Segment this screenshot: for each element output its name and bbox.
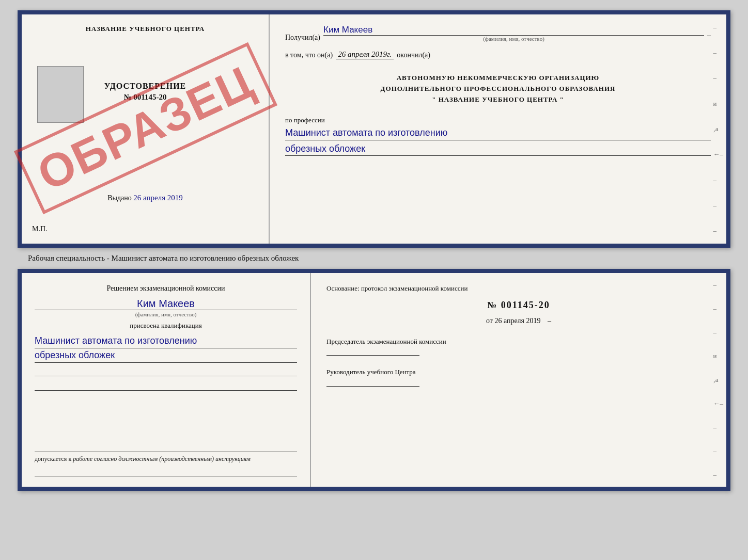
line-2: [35, 381, 297, 391]
bl-name-block: Ким Макеев (фамилия, имя, отчество): [35, 298, 297, 317]
doc-right: –––и‚а←–––– Получил(а) Ким Макеев (фамил…: [270, 14, 726, 244]
poluchil-sub: (фамилия, имя, отчество): [323, 36, 704, 42]
dopusk-value: работе согласно должностным (производств…: [73, 455, 251, 462]
main-container: НАЗВАНИЕ УЧЕБНОГО ЦЕНТРА ОБРАЗЕЦ УДОСТОВ…: [0, 0, 748, 560]
vtom-row: в том, что он(а) 26 апреля 2019г. окончи…: [285, 50, 711, 59]
udostoverenie-title: УДОСТОВЕРЕНИЕ: [104, 82, 186, 91]
org-block: АВТОНОМНУЮ НЕКОММЕРЧЕСКУЮ ОРГАНИЗАЦИЮ ДО…: [285, 73, 711, 105]
br-side-dashes: –––и‚а←––––: [713, 273, 724, 487]
professia-label: по профессии: [285, 116, 325, 124]
poluchil-label: Получил(а): [285, 34, 320, 42]
reshenie-title: Решением экзаменационной комиссии: [35, 283, 297, 294]
osnovanie-label: Основание: протокол экзаменационной коми…: [326, 283, 711, 294]
line-3: [35, 467, 297, 476]
udostoverenie-block: УДОСТОВЕРЕНИЕ № 001145-20: [104, 82, 186, 102]
prisvoena-label: присвоена квалификация: [35, 322, 297, 330]
bl-kvalif-block: Машинист автомата по изготовлению обрезн…: [35, 334, 297, 363]
predsedatel-line: [326, 346, 419, 356]
rukovoditel-line: [326, 377, 419, 387]
caption-text: Рабочая специальность - Машинист автомат…: [28, 254, 299, 263]
vydano-label: Выдано 26 апреля 2019: [107, 194, 183, 202]
dash-br: –: [548, 317, 551, 325]
bottom-right: –––и‚а←–––– Основание: протокол экзамена…: [311, 273, 726, 487]
bl-fio-sub: (фамилия, имя, отчество): [35, 310, 297, 317]
okonchil-label: окончил(а): [397, 51, 430, 59]
ot-date: 26 апреля 2019: [494, 317, 540, 325]
bottom-lines: [35, 367, 297, 391]
bl-kvalif-2: обрезных обложек: [35, 348, 297, 363]
poluchil-value: Ким Макеев: [323, 25, 704, 36]
org-line1: АВТОНОМНУЮ НЕКОММЕРЧЕСКУЮ ОРГАНИЗАЦИЮ: [285, 73, 711, 84]
doc-left: НАЗВАНИЕ УЧЕБНОГО ЦЕНТРА ОБРАЗЕЦ УДОСТОВ…: [22, 14, 270, 244]
mp-block: М.П.: [32, 225, 48, 233]
photo-placeholder: [37, 66, 84, 123]
ot-label: от: [486, 317, 493, 325]
predsedatel-block: Председатель экзаменационной комиссии: [326, 337, 711, 356]
bl-name: Ким Макеев: [35, 298, 297, 310]
vydano-date: 26 апреля 2019: [133, 194, 183, 202]
rukovoditel-label: Руководитель учебного Центра: [326, 367, 711, 377]
bl-dopusk: допускается к работе согласно должностны…: [35, 452, 297, 463]
line-1: [35, 367, 297, 376]
poluchil-value-container: Ким Макеев (фамилия, имя, отчество): [323, 25, 704, 42]
predsedatel-label: Председатель экзаменационной комиссии: [326, 337, 711, 347]
dash-1: –: [707, 31, 711, 42]
protocol-number: № 001145-20: [326, 300, 711, 311]
professia-value2: обрезных обложек: [285, 142, 711, 156]
udostoverenie-num: № 001145-20: [104, 93, 186, 102]
professia-value1: Машинист автомата по изготовлению: [285, 126, 711, 140]
dopusk-label: допускается к: [35, 455, 71, 462]
side-dashes: –––и‚а←––––: [713, 14, 724, 244]
training-center-title: НАЗВАНИЕ УЧЕБНОГО ЦЕНТРА: [86, 25, 205, 33]
org-line2: ДОПОЛНИТЕЛЬНОГО ПРОФЕССИОНАЛЬНОГО ОБРАЗО…: [285, 84, 711, 94]
poluchil-row: Получил(а) Ким Макеев (фамилия, имя, отч…: [285, 25, 711, 42]
vydano-block: Выдано 26 апреля 2019: [107, 193, 183, 202]
vtom-label: в том, что он(а): [285, 51, 333, 59]
bl-kvalif-1: Машинист автомата по изготовлению: [35, 334, 297, 348]
document-bottom: Решением экзаменационной комиссии Ким Ма…: [18, 269, 730, 491]
rukovoditel-block: Руководитель учебного Центра: [326, 367, 711, 387]
vtom-date: 26 апреля 2019г.: [336, 50, 394, 59]
document-top: НАЗВАНИЕ УЧЕБНОГО ЦЕНТРА ОБРАЗЕЦ УДОСТОВ…: [18, 10, 730, 248]
protocol-date: от 26 апреля 2019 –: [326, 317, 711, 325]
org-line3: " НАЗВАНИЕ УЧЕБНОГО ЦЕНТРА ": [285, 94, 711, 105]
professia-block: по профессии Машинист автомата по изгото…: [285, 115, 711, 155]
bottom-left: Решением экзаменационной комиссии Ким Ма…: [22, 273, 311, 487]
